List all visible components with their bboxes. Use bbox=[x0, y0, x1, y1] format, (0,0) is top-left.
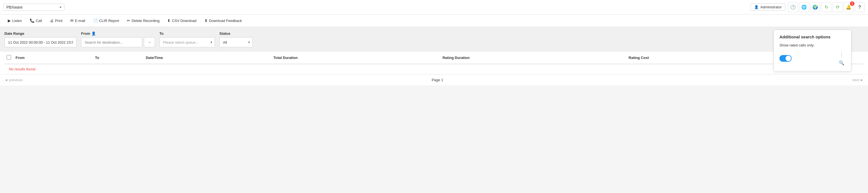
email-icon: ✉ bbox=[70, 18, 73, 23]
clir-report-button[interactable]: 📄 CLIR Report bbox=[90, 17, 122, 25]
csv-label: CSV Download bbox=[172, 19, 196, 23]
options-more-icon[interactable]: ⋮ bbox=[838, 50, 845, 58]
toolbar: ▶ Listen 📞 Call 🖨 Print ✉ E-mail 📄 CLIR … bbox=[0, 15, 868, 27]
bell-icon[interactable]: 🔔 1 bbox=[843, 2, 854, 12]
status-select[interactable]: All Answered No Answer Busy Failed bbox=[219, 37, 253, 47]
table-section: From To Date/Time Total Duration Rating … bbox=[0, 52, 868, 74]
date-range-label: Date Range bbox=[4, 31, 76, 35]
app-selector-label: PBXware bbox=[6, 5, 23, 9]
next-button[interactable]: next ► bbox=[852, 78, 864, 82]
from-col-header: From bbox=[13, 52, 93, 64]
feedback-label: Download Feedback bbox=[209, 19, 242, 23]
email-button[interactable]: ✉ E-mail bbox=[67, 17, 89, 25]
rating-cost-col-header: Rating Cost bbox=[626, 52, 772, 64]
status-label: Status bbox=[219, 31, 253, 35]
help-icon[interactable]: ? bbox=[855, 2, 865, 12]
pagination: ◄ previous Page 1 next ► bbox=[0, 74, 868, 85]
show-rated-calls-toggle[interactable] bbox=[779, 55, 792, 62]
rating-duration-col-header: Rating Duration bbox=[440, 52, 626, 64]
delete-icon: ✏ bbox=[127, 18, 130, 23]
datetime-col-header: Date/Time bbox=[144, 52, 271, 64]
call-label: Call bbox=[36, 19, 42, 23]
select-all-checkbox[interactable] bbox=[7, 55, 11, 59]
arrow-icon: → bbox=[148, 40, 151, 45]
table-body: No results found. bbox=[4, 64, 864, 74]
listen-label: Listen bbox=[12, 19, 22, 23]
app-selector[interactable]: PBXware ▾ bbox=[3, 4, 64, 11]
additional-options-panel: Additional search options Show rated cal… bbox=[774, 30, 851, 72]
data-table: From To Date/Time Total Duration Rating … bbox=[4, 52, 864, 74]
from-search-input[interactable] bbox=[81, 37, 142, 47]
print-button[interactable]: 🖨 Print bbox=[46, 17, 66, 25]
admin-label: Administrator bbox=[760, 5, 782, 9]
listen-icon: ▶ bbox=[8, 18, 11, 23]
total-duration-col-header: Total Duration bbox=[271, 52, 440, 64]
email-label: E-mail bbox=[75, 19, 85, 23]
no-results-cell: No results found. bbox=[4, 64, 864, 74]
refresh-icon[interactable]: ↻ bbox=[822, 2, 831, 12]
clock-icon[interactable]: 🕐 bbox=[788, 2, 798, 12]
previous-button[interactable]: ◄ previous bbox=[4, 78, 23, 82]
select-all-col bbox=[4, 52, 13, 64]
csv-download-button[interactable]: ⬇ CSV Download bbox=[164, 17, 199, 25]
no-results-text: No results found. bbox=[7, 63, 38, 75]
call-button[interactable]: 📞 Call bbox=[26, 17, 45, 25]
to-group: To Please select queue... bbox=[159, 31, 215, 47]
admin-icon: 👤 bbox=[754, 5, 758, 9]
top-nav: PBXware ▾ 👤 Administrator 🕐 🌐 🌍 ↻ ⟳ 🔔 1 … bbox=[0, 0, 868, 15]
feedback-icon: ⬇ bbox=[205, 18, 208, 23]
status-group: Status All Answered No Answer Busy Faile… bbox=[219, 31, 253, 47]
person-icon: 👤 bbox=[91, 31, 96, 35]
notification-badge: 1 bbox=[850, 1, 855, 6]
print-icon: 🖨 bbox=[50, 18, 54, 23]
delete-recording-button[interactable]: ✏ Delete Recording bbox=[124, 17, 163, 25]
queue-select[interactable]: Please select queue... bbox=[159, 37, 215, 47]
no-results-row: No results found. bbox=[4, 64, 864, 74]
listen-button[interactable]: ▶ Listen bbox=[4, 17, 25, 25]
nav-icons: 🕐 🌐 🌍 ↻ ⟳ 🔔 1 ? bbox=[788, 2, 865, 12]
from-label: From 👤 bbox=[81, 31, 155, 35]
sync-icon[interactable]: ⟳ bbox=[833, 2, 842, 12]
clir-icon: 📄 bbox=[93, 18, 98, 23]
status-select-wrapper: All Answered No Answer Busy Failed bbox=[219, 37, 253, 47]
to-label: To bbox=[159, 31, 215, 35]
print-label: Print bbox=[55, 19, 62, 23]
app-selector-arrow-icon: ▾ bbox=[60, 5, 61, 9]
globe-icon[interactable]: 🌍 bbox=[810, 2, 820, 12]
call-icon: 📞 bbox=[30, 18, 34, 23]
clir-label: CLIR Report bbox=[99, 19, 119, 23]
search-icon[interactable]: 🔍 bbox=[838, 59, 845, 67]
globe-lang-icon[interactable]: 🌐 bbox=[799, 2, 809, 12]
show-rated-calls-label: Show rated calls only: bbox=[779, 43, 814, 47]
delete-label: Delete Recording bbox=[132, 19, 159, 23]
csv-icon: ⬇ bbox=[167, 18, 170, 23]
to-col-header: To bbox=[93, 52, 144, 64]
page-info: Page 1 bbox=[432, 78, 443, 82]
date-range-input[interactable] bbox=[4, 37, 76, 47]
table-header-row: From To Date/Time Total Duration Rating … bbox=[4, 52, 864, 64]
show-rated-calls-row: Show rated calls only: bbox=[779, 43, 845, 47]
admin-button[interactable]: 👤 Administrator bbox=[750, 3, 785, 11]
download-feedback-button[interactable]: ⬇ Download Feedback bbox=[201, 17, 245, 25]
search-panel: Date Range From 👤 → To Please select que… bbox=[0, 27, 868, 52]
date-range-group: Date Range bbox=[4, 31, 76, 47]
table-header: From To Date/Time Total Duration Rating … bbox=[4, 52, 864, 64]
from-arrow-button[interactable]: → bbox=[144, 37, 155, 47]
queue-select-wrapper: Please select queue... bbox=[159, 37, 215, 47]
additional-options-title: Additional search options bbox=[779, 34, 845, 39]
from-group: From 👤 → bbox=[81, 31, 155, 47]
